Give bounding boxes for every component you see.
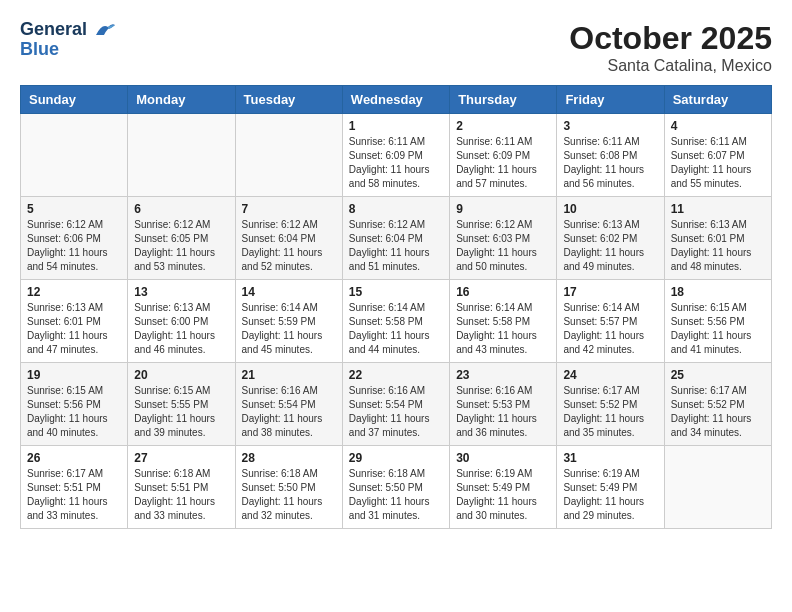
- calendar-day-cell: [664, 446, 771, 529]
- day-info: Sunrise: 6:14 AM Sunset: 5:57 PM Dayligh…: [563, 301, 657, 357]
- day-info: Sunrise: 6:14 AM Sunset: 5:58 PM Dayligh…: [456, 301, 550, 357]
- calendar-day-cell: 4Sunrise: 6:11 AM Sunset: 6:07 PM Daylig…: [664, 114, 771, 197]
- day-number: 19: [27, 368, 121, 382]
- day-info: Sunrise: 6:11 AM Sunset: 6:09 PM Dayligh…: [456, 135, 550, 191]
- day-number: 20: [134, 368, 228, 382]
- day-info: Sunrise: 6:18 AM Sunset: 5:50 PM Dayligh…: [242, 467, 336, 523]
- calendar-day-cell: 7Sunrise: 6:12 AM Sunset: 6:04 PM Daylig…: [235, 197, 342, 280]
- page-header: General Blue October 2025 Santa Catalina…: [20, 20, 772, 75]
- calendar-day-cell: 16Sunrise: 6:14 AM Sunset: 5:58 PM Dayli…: [450, 280, 557, 363]
- calendar-week-row: 1Sunrise: 6:11 AM Sunset: 6:09 PM Daylig…: [21, 114, 772, 197]
- day-info: Sunrise: 6:16 AM Sunset: 5:53 PM Dayligh…: [456, 384, 550, 440]
- weekday-header-sunday: Sunday: [21, 86, 128, 114]
- weekday-header-friday: Friday: [557, 86, 664, 114]
- calendar-day-cell: 5Sunrise: 6:12 AM Sunset: 6:06 PM Daylig…: [21, 197, 128, 280]
- day-info: Sunrise: 6:11 AM Sunset: 6:09 PM Dayligh…: [349, 135, 443, 191]
- day-number: 31: [563, 451, 657, 465]
- calendar-day-cell: 26Sunrise: 6:17 AM Sunset: 5:51 PM Dayli…: [21, 446, 128, 529]
- day-number: 10: [563, 202, 657, 216]
- day-info: Sunrise: 6:12 AM Sunset: 6:04 PM Dayligh…: [349, 218, 443, 274]
- calendar-day-cell: 27Sunrise: 6:18 AM Sunset: 5:51 PM Dayli…: [128, 446, 235, 529]
- calendar-day-cell: 3Sunrise: 6:11 AM Sunset: 6:08 PM Daylig…: [557, 114, 664, 197]
- calendar-day-cell: 30Sunrise: 6:19 AM Sunset: 5:49 PM Dayli…: [450, 446, 557, 529]
- day-number: 5: [27, 202, 121, 216]
- day-info: Sunrise: 6:12 AM Sunset: 6:05 PM Dayligh…: [134, 218, 228, 274]
- day-info: Sunrise: 6:15 AM Sunset: 5:56 PM Dayligh…: [27, 384, 121, 440]
- calendar-day-cell: [128, 114, 235, 197]
- day-info: Sunrise: 6:19 AM Sunset: 5:49 PM Dayligh…: [563, 467, 657, 523]
- calendar-week-row: 12Sunrise: 6:13 AM Sunset: 6:01 PM Dayli…: [21, 280, 772, 363]
- calendar-day-cell: 31Sunrise: 6:19 AM Sunset: 5:49 PM Dayli…: [557, 446, 664, 529]
- logo-bird-icon: [94, 21, 116, 39]
- calendar-day-cell: 20Sunrise: 6:15 AM Sunset: 5:55 PM Dayli…: [128, 363, 235, 446]
- calendar-day-cell: 29Sunrise: 6:18 AM Sunset: 5:50 PM Dayli…: [342, 446, 449, 529]
- calendar-day-cell: 22Sunrise: 6:16 AM Sunset: 5:54 PM Dayli…: [342, 363, 449, 446]
- day-info: Sunrise: 6:12 AM Sunset: 6:04 PM Dayligh…: [242, 218, 336, 274]
- day-number: 6: [134, 202, 228, 216]
- calendar-day-cell: 1Sunrise: 6:11 AM Sunset: 6:09 PM Daylig…: [342, 114, 449, 197]
- month-title: October 2025: [569, 20, 772, 57]
- weekday-header-tuesday: Tuesday: [235, 86, 342, 114]
- calendar-day-cell: 19Sunrise: 6:15 AM Sunset: 5:56 PM Dayli…: [21, 363, 128, 446]
- title-area: October 2025 Santa Catalina, Mexico: [569, 20, 772, 75]
- weekday-header-monday: Monday: [128, 86, 235, 114]
- day-number: 16: [456, 285, 550, 299]
- calendar-day-cell: 9Sunrise: 6:12 AM Sunset: 6:03 PM Daylig…: [450, 197, 557, 280]
- day-number: 17: [563, 285, 657, 299]
- day-info: Sunrise: 6:11 AM Sunset: 6:08 PM Dayligh…: [563, 135, 657, 191]
- calendar-table: SundayMondayTuesdayWednesdayThursdayFrid…: [20, 85, 772, 529]
- day-number: 9: [456, 202, 550, 216]
- day-info: Sunrise: 6:14 AM Sunset: 5:58 PM Dayligh…: [349, 301, 443, 357]
- calendar-day-cell: 17Sunrise: 6:14 AM Sunset: 5:57 PM Dayli…: [557, 280, 664, 363]
- day-info: Sunrise: 6:13 AM Sunset: 6:00 PM Dayligh…: [134, 301, 228, 357]
- day-info: Sunrise: 6:15 AM Sunset: 5:55 PM Dayligh…: [134, 384, 228, 440]
- calendar-day-cell: 23Sunrise: 6:16 AM Sunset: 5:53 PM Dayli…: [450, 363, 557, 446]
- logo-text-blue: Blue: [20, 40, 116, 60]
- day-number: 3: [563, 119, 657, 133]
- day-number: 28: [242, 451, 336, 465]
- day-number: 4: [671, 119, 765, 133]
- day-info: Sunrise: 6:17 AM Sunset: 5:52 PM Dayligh…: [671, 384, 765, 440]
- day-info: Sunrise: 6:14 AM Sunset: 5:59 PM Dayligh…: [242, 301, 336, 357]
- calendar-day-cell: [21, 114, 128, 197]
- day-info: Sunrise: 6:11 AM Sunset: 6:07 PM Dayligh…: [671, 135, 765, 191]
- day-info: Sunrise: 6:12 AM Sunset: 6:03 PM Dayligh…: [456, 218, 550, 274]
- day-number: 27: [134, 451, 228, 465]
- calendar-day-cell: 8Sunrise: 6:12 AM Sunset: 6:04 PM Daylig…: [342, 197, 449, 280]
- day-number: 1: [349, 119, 443, 133]
- location: Santa Catalina, Mexico: [569, 57, 772, 75]
- calendar-day-cell: 25Sunrise: 6:17 AM Sunset: 5:52 PM Dayli…: [664, 363, 771, 446]
- calendar-day-cell: 13Sunrise: 6:13 AM Sunset: 6:00 PM Dayli…: [128, 280, 235, 363]
- calendar-day-cell: 11Sunrise: 6:13 AM Sunset: 6:01 PM Dayli…: [664, 197, 771, 280]
- day-number: 22: [349, 368, 443, 382]
- calendar-day-cell: 12Sunrise: 6:13 AM Sunset: 6:01 PM Dayli…: [21, 280, 128, 363]
- day-info: Sunrise: 6:12 AM Sunset: 6:06 PM Dayligh…: [27, 218, 121, 274]
- weekday-header-saturday: Saturday: [664, 86, 771, 114]
- day-info: Sunrise: 6:13 AM Sunset: 6:02 PM Dayligh…: [563, 218, 657, 274]
- day-info: Sunrise: 6:17 AM Sunset: 5:51 PM Dayligh…: [27, 467, 121, 523]
- day-number: 18: [671, 285, 765, 299]
- calendar-day-cell: 28Sunrise: 6:18 AM Sunset: 5:50 PM Dayli…: [235, 446, 342, 529]
- day-number: 14: [242, 285, 336, 299]
- calendar-week-row: 5Sunrise: 6:12 AM Sunset: 6:06 PM Daylig…: [21, 197, 772, 280]
- day-number: 24: [563, 368, 657, 382]
- day-info: Sunrise: 6:19 AM Sunset: 5:49 PM Dayligh…: [456, 467, 550, 523]
- day-number: 26: [27, 451, 121, 465]
- calendar-day-cell: [235, 114, 342, 197]
- calendar-day-cell: 18Sunrise: 6:15 AM Sunset: 5:56 PM Dayli…: [664, 280, 771, 363]
- calendar-day-cell: 6Sunrise: 6:12 AM Sunset: 6:05 PM Daylig…: [128, 197, 235, 280]
- day-info: Sunrise: 6:13 AM Sunset: 6:01 PM Dayligh…: [671, 218, 765, 274]
- day-number: 23: [456, 368, 550, 382]
- calendar-day-cell: 15Sunrise: 6:14 AM Sunset: 5:58 PM Dayli…: [342, 280, 449, 363]
- logo-text-general: General: [20, 19, 87, 39]
- day-info: Sunrise: 6:15 AM Sunset: 5:56 PM Dayligh…: [671, 301, 765, 357]
- day-info: Sunrise: 6:17 AM Sunset: 5:52 PM Dayligh…: [563, 384, 657, 440]
- day-number: 12: [27, 285, 121, 299]
- day-number: 25: [671, 368, 765, 382]
- day-number: 30: [456, 451, 550, 465]
- weekday-header-row: SundayMondayTuesdayWednesdayThursdayFrid…: [21, 86, 772, 114]
- day-number: 2: [456, 119, 550, 133]
- day-number: 29: [349, 451, 443, 465]
- day-info: Sunrise: 6:16 AM Sunset: 5:54 PM Dayligh…: [349, 384, 443, 440]
- logo: General Blue: [20, 20, 116, 60]
